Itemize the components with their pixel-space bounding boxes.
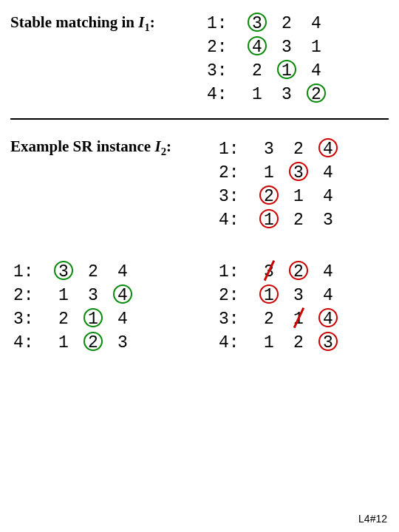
- pref-cell: 1: [49, 284, 78, 307]
- pref-row-label: 2:: [219, 161, 254, 185]
- slide-page: { "heading_I1": { "prefix": "Stable matc…: [0, 0, 399, 532]
- pref-cell: 4: [313, 307, 343, 331]
- pref-cell: 3: [313, 208, 343, 232]
- slide-footer: L4#12: [358, 513, 387, 525]
- pref-cell: 2: [49, 307, 78, 331]
- pref-row: 3:214: [13, 307, 137, 331]
- pref-cell: 4: [313, 185, 343, 208]
- pref-cell: 3: [108, 331, 137, 355]
- heading-i2-sub: 2: [161, 146, 166, 157]
- pref-cell: 2: [284, 260, 313, 284]
- pref-cell: 3: [49, 260, 78, 284]
- pref-cell: 1: [78, 307, 108, 331]
- pref-cell: 4: [301, 12, 331, 35]
- pref-block-i2-red-top: 1:3242:1343:2144:123: [219, 137, 343, 232]
- pref-cell: 3: [284, 161, 313, 185]
- pref-cell: 4: [108, 284, 137, 307]
- pref-row: 2:134: [219, 284, 343, 307]
- pref-cell: 3: [242, 12, 272, 35]
- pref-row-label: 2:: [13, 284, 49, 307]
- pref-cell: 2: [272, 12, 301, 35]
- pref-row: 1:324: [207, 12, 331, 35]
- pref-cell: 2: [242, 59, 272, 83]
- heading-i2-var: I: [154, 137, 160, 155]
- pref-row-label: 4:: [13, 331, 49, 355]
- heading-i2-prefix: Example SR instance: [10, 137, 154, 155]
- pref-cell: 4: [301, 59, 331, 83]
- heading-i2-suffix: :: [166, 137, 171, 155]
- heading-i1: Stable matching in I1:: [10, 13, 155, 34]
- pref-cell: 1: [254, 208, 284, 232]
- pref-row: 1:324: [219, 260, 343, 284]
- pref-cell: 1: [272, 59, 301, 83]
- pref-cell: 3: [284, 284, 313, 307]
- pref-block-i2-green: 1:3242:1343:2144:123: [13, 260, 137, 355]
- heading-i2: Example SR instance I2:: [10, 137, 171, 158]
- pref-cell: 2: [254, 307, 284, 331]
- pref-row: 2:134: [13, 284, 137, 307]
- pref-row: 2:134: [219, 161, 343, 185]
- pref-row: 3:214: [219, 185, 343, 208]
- pref-row: 4:132: [207, 83, 331, 106]
- pref-cell: 1: [49, 331, 78, 355]
- pref-cell: 2: [254, 185, 284, 208]
- heading-i1-prefix: Stable matching in: [10, 13, 138, 31]
- pref-row-label: 3:: [219, 307, 254, 331]
- pref-cell: 4: [242, 35, 272, 59]
- pref-row: 3:214: [207, 59, 331, 83]
- pref-row-label: 1:: [219, 260, 254, 284]
- pref-cell: 2: [284, 331, 313, 355]
- pref-row: 1:324: [13, 260, 137, 284]
- pref-row-label: 4:: [219, 331, 254, 355]
- pref-cell: 1: [254, 284, 284, 307]
- pref-row: 1:324: [219, 137, 343, 161]
- pref-row: 4:123: [219, 331, 343, 355]
- pref-cell: 4: [313, 260, 343, 284]
- pref-row: 2:431: [207, 35, 331, 59]
- pref-cell: 2: [78, 260, 108, 284]
- pref-cell: 4: [108, 260, 137, 284]
- pref-cell: 2: [301, 83, 331, 106]
- pref-cell: 2: [284, 137, 313, 161]
- pref-cell: 1: [242, 83, 272, 106]
- pref-cell: 4: [313, 137, 343, 161]
- pref-cell: 2: [78, 331, 108, 355]
- pref-row-label: 1:: [13, 260, 49, 284]
- pref-row-label: 3:: [13, 307, 49, 331]
- pref-cell: 1: [254, 331, 284, 355]
- pref-cell: 4: [108, 307, 137, 331]
- pref-cell: 2: [284, 208, 313, 232]
- heading-i1-suffix: :: [150, 13, 155, 31]
- pref-row-label: 4:: [207, 83, 242, 106]
- pref-cell: 1: [284, 307, 313, 331]
- pref-cell: 1: [301, 35, 331, 59]
- pref-cell: 1: [284, 185, 313, 208]
- divider-line: [10, 118, 389, 120]
- pref-cell: 1: [254, 161, 284, 185]
- pref-row-label: 2:: [207, 35, 242, 59]
- pref-cell: 3: [78, 284, 108, 307]
- pref-cell: 3: [272, 35, 301, 59]
- pref-row: 3:214: [219, 307, 343, 331]
- pref-row-label: 2:: [219, 284, 254, 307]
- pref-row-label: 3:: [207, 59, 242, 83]
- pref-block-i1: 1:3242:4313:2144:132: [207, 12, 331, 106]
- pref-row: 4:123: [219, 208, 343, 232]
- pref-row-label: 3:: [219, 185, 254, 208]
- pref-block-i2-red-bottom: 1:3242:1343:2144:123: [219, 260, 343, 355]
- pref-row: 4:123: [13, 331, 137, 355]
- pref-cell: 3: [254, 137, 284, 161]
- pref-row-label: 1:: [207, 12, 242, 35]
- pref-cell: 3: [254, 260, 284, 284]
- heading-i1-sub: 1: [144, 21, 149, 33]
- pref-row-label: 4:: [219, 208, 254, 232]
- pref-cell: 4: [313, 161, 343, 185]
- pref-cell: 4: [313, 284, 343, 307]
- pref-cell: 3: [272, 83, 301, 106]
- pref-cell: 3: [313, 331, 343, 355]
- pref-row-label: 1:: [219, 137, 254, 161]
